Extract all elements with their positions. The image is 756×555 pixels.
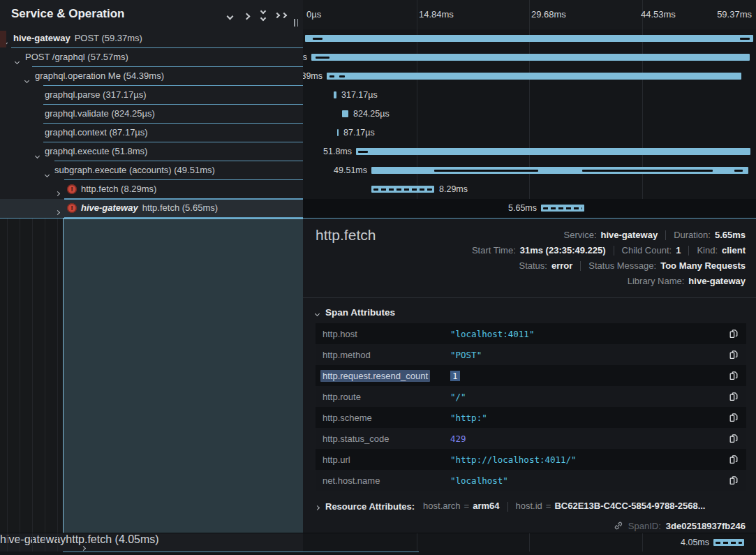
copy-attribute-button[interactable] bbox=[729, 370, 740, 381]
attribute-key: http.scheme bbox=[323, 413, 372, 423]
span-duration-label: 8.29ms bbox=[439, 184, 468, 194]
span-tree-row[interactable]: graphql.validate (824.25µs) bbox=[0, 105, 303, 124]
timeline-row[interactable]: 317.17µs bbox=[303, 86, 756, 105]
timeline-row[interactable] bbox=[303, 29, 756, 48]
expand-all-icon[interactable] bbox=[277, 11, 286, 20]
span-tree-row[interactable]: graphql.operation Me (54.39ms) bbox=[0, 67, 303, 86]
span-bar[interactable] bbox=[371, 186, 434, 193]
span-row-label: graphql.context (87.17µs) bbox=[45, 127, 148, 138]
span-row-label: graphql.execute (51.8ms) bbox=[45, 146, 147, 156]
link-icon[interactable] bbox=[614, 521, 623, 531]
meta-value: error bbox=[551, 260, 572, 271]
collapse-one-icon[interactable] bbox=[228, 9, 232, 22]
chevron-down-icon[interactable] bbox=[15, 55, 19, 66]
span-duration-label: 51.8ms bbox=[323, 147, 352, 156]
chevron-down-icon[interactable] bbox=[36, 149, 39, 160]
chevron-down-icon[interactable] bbox=[45, 168, 49, 179]
span-title: http.fetch bbox=[316, 227, 376, 244]
copy-attribute-button[interactable] bbox=[729, 328, 740, 339]
timeline-gridline bbox=[529, 533, 530, 552]
child-span-marker bbox=[316, 57, 329, 59]
copy-attribute-button[interactable] bbox=[729, 454, 740, 465]
resource-attributes-title: Resource Attributes: bbox=[325, 501, 415, 512]
error-icon: ! bbox=[67, 203, 77, 213]
chevron-right-icon[interactable] bbox=[56, 206, 59, 216]
child-span-marker bbox=[434, 170, 538, 172]
span-duration-label: 87.17µs bbox=[343, 128, 375, 138]
child-span-marker bbox=[358, 151, 368, 153]
span-bar[interactable] bbox=[305, 35, 753, 42]
copy-attribute-button[interactable] bbox=[729, 391, 740, 402]
meta-divider bbox=[665, 230, 666, 240]
attribute-key: http.method bbox=[323, 350, 371, 360]
timeline-row[interactable]: 57.57ms bbox=[303, 48, 756, 67]
meta-value: 5.65ms bbox=[715, 230, 746, 240]
timeline-row[interactable]: 51.8ms bbox=[303, 142, 756, 161]
span-duration-label: 5.65ms bbox=[508, 203, 537, 213]
span-bar[interactable] bbox=[337, 129, 339, 136]
copy-attribute-button[interactable] bbox=[729, 475, 740, 486]
chevron-right-icon[interactable] bbox=[82, 540, 85, 553]
span-id-row: SpanID: 3de02518937fb246 bbox=[614, 519, 746, 532]
span-tree-row[interactable]: POST /graphql (57.57ms) bbox=[0, 48, 303, 67]
span-bar[interactable] bbox=[356, 148, 750, 155]
span-tree-bottom-row[interactable]: hive-gatewayhttp.fetch (4.05ms) bbox=[0, 533, 303, 552]
span-tree-row[interactable]: !hive-gatewayhttp.fetch (5.65ms) bbox=[0, 199, 303, 218]
span-row-label: hive-gatewayPOST (59.37ms) bbox=[13, 33, 142, 43]
row-separator bbox=[63, 552, 419, 552]
resource-key: host.arch bbox=[423, 501, 460, 511]
attribute-value: "localhost" bbox=[450, 475, 508, 486]
panel-resize-handle[interactable] bbox=[294, 19, 299, 27]
span-operation-name: graphql.validate (824.25µs) bbox=[45, 108, 155, 119]
span-tree-row[interactable]: graphql.parse (317.17µs) bbox=[0, 86, 303, 105]
timeline-gridline bbox=[417, 0, 417, 29]
copy-attribute-button[interactable] bbox=[729, 412, 740, 423]
span-duration-label: 317.17µs bbox=[341, 90, 378, 100]
timeline-row[interactable]: 54.39ms bbox=[303, 67, 756, 86]
span-meta: Service:hive-gatewayDuration:5.65msStart… bbox=[472, 228, 746, 288]
attribute-value: "localhost:4011" bbox=[450, 329, 534, 339]
attribute-row: http.scheme"http:" bbox=[316, 407, 746, 428]
span-tree-row[interactable]: hive-gatewayPOST (59.37ms) bbox=[0, 29, 303, 48]
chevron-down-icon[interactable] bbox=[25, 74, 29, 84]
expanded-span-left-area bbox=[0, 219, 303, 533]
meta-value: Too Many Requests bbox=[660, 260, 746, 271]
span-bar[interactable] bbox=[311, 54, 750, 61]
span-meta-line: Status:errorStatus Message:Too Many Requ… bbox=[519, 259, 746, 272]
span-duration-label: 824.25µs bbox=[353, 109, 390, 119]
span-bar[interactable] bbox=[541, 205, 584, 212]
attribute-key: http.request.resend_count bbox=[320, 370, 430, 382]
timeline-row[interactable]: 49.51ms bbox=[303, 161, 756, 180]
span-attributes-header[interactable]: Span Attributes bbox=[316, 307, 395, 318]
expand-one-icon[interactable] bbox=[244, 9, 249, 22]
copy-attribute-button[interactable] bbox=[729, 433, 740, 444]
attribute-row: http.url"http://localhost:4011/" bbox=[316, 449, 746, 470]
span-bar[interactable] bbox=[327, 73, 741, 80]
meta-value: 1 bbox=[676, 245, 681, 256]
span-tree-row[interactable]: !http.fetch (8.29ms) bbox=[0, 180, 303, 199]
timeline-row[interactable]: 5.65ms bbox=[303, 199, 756, 218]
span-bar[interactable] bbox=[334, 91, 336, 98]
span-tree-row[interactable]: subgraph.execute (accounts) (49.51ms) bbox=[0, 161, 303, 180]
span-row-label: hive-gatewayhttp.fetch (4.05ms) bbox=[0, 533, 303, 546]
resource-divider bbox=[507, 502, 508, 512]
resource-attributes-row[interactable]: Resource Attributes: host.arch=arm64host… bbox=[316, 499, 705, 513]
span-operation-name: graphql.context (87.17µs) bbox=[45, 127, 148, 138]
span-bar[interactable] bbox=[713, 539, 744, 546]
timeline-row[interactable]: 824.25µs bbox=[303, 105, 756, 124]
span-tree-row[interactable]: graphql.context (87.17µs) bbox=[0, 124, 303, 142]
span-operation-name: POST /graphql (57.57ms) bbox=[25, 52, 128, 62]
span-attributes-table: http.host"localhost:4011"http.method"POS… bbox=[316, 323, 746, 491]
timeline-row[interactable]: 87.17µs bbox=[303, 124, 756, 142]
collapse-all-icon[interactable] bbox=[261, 11, 265, 20]
footer-strip bbox=[0, 552, 756, 555]
timeline-row[interactable]: 8.29ms bbox=[303, 180, 756, 199]
span-bar[interactable] bbox=[342, 110, 348, 117]
chevron-right-icon[interactable] bbox=[56, 187, 59, 198]
meta-label: Start Time: bbox=[472, 245, 516, 256]
child-span-marker bbox=[582, 170, 713, 172]
indent-guide bbox=[57, 533, 58, 552]
copy-attribute-button[interactable] bbox=[729, 349, 740, 360]
span-tree-row[interactable]: graphql.execute (51.8ms) bbox=[0, 142, 303, 161]
span-row-label: graphql.validate (824.25µs) bbox=[45, 108, 155, 119]
